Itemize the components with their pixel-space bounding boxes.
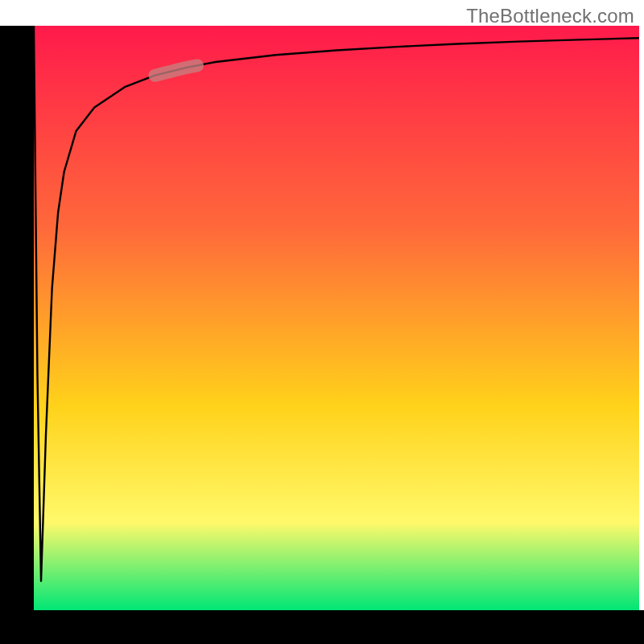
plot-background xyxy=(34,26,639,610)
y-axis xyxy=(0,26,34,644)
x-axis xyxy=(0,610,644,644)
watermark-source: TheBottleneck.com xyxy=(466,5,634,27)
bottleneck-chart xyxy=(0,0,644,644)
chart-container: { "watermark": "TheBottleneck.com", "col… xyxy=(0,0,644,644)
